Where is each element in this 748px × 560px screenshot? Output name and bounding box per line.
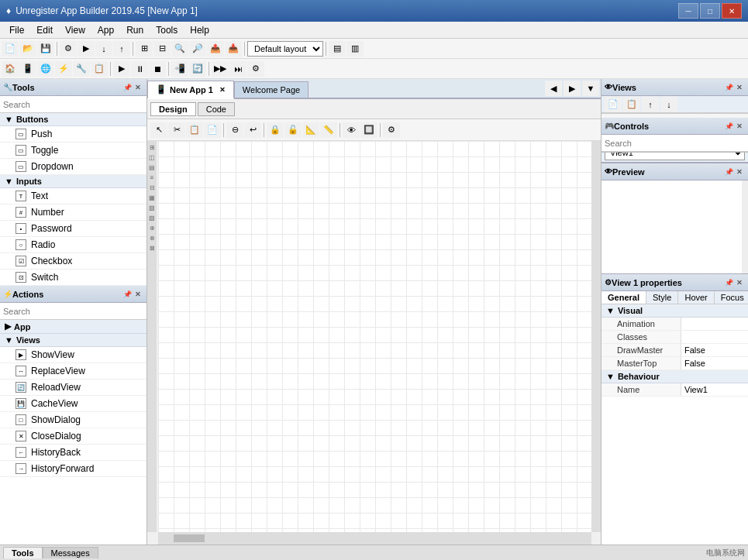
prop-tab-general[interactable]: General — [602, 291, 646, 304]
tb2-btn-11[interactable]: 🔄 — [189, 61, 206, 77]
left-tool-8[interactable]: ▨ — [149, 215, 155, 222]
behaviour-section-header[interactable]: ▼ Behaviour — [602, 370, 748, 383]
action-showdialog[interactable]: □ ShowDialog — [0, 412, 146, 428]
buttons-section-header[interactable]: ▼ Buttons — [0, 113, 146, 126]
preview-pin-button[interactable]: 📌 — [723, 167, 734, 177]
menu-app[interactable]: App — [91, 23, 120, 37]
views-copy-button[interactable]: 📋 — [623, 97, 640, 112]
maximize-button[interactable]: □ — [700, 3, 720, 19]
tb2-btn-10[interactable]: 📲 — [171, 61, 188, 77]
open-button[interactable]: 📂 — [19, 41, 36, 57]
actions-search-input[interactable] — [3, 307, 143, 316]
tools-item-checkbox[interactable]: ☑ Checkbox — [0, 253, 146, 270]
left-tool-6[interactable]: ▦ — [149, 194, 155, 201]
inputs-section-header[interactable]: ▼ Inputs — [0, 175, 146, 188]
views-section-header[interactable]: ▼ Views — [0, 334, 146, 347]
tools-item-dropdown[interactable]: ▭ Dropdown — [0, 159, 146, 175]
menu-view[interactable]: View — [59, 23, 91, 37]
tb-layout-1[interactable]: ▤ — [329, 41, 346, 57]
actions-pin-button[interactable]: 📌 — [122, 289, 133, 300]
action-reloadview[interactable]: 🔄 ReloadView — [0, 380, 146, 396]
tb-btn-12[interactable]: 📤 — [207, 41, 224, 57]
prop-drawmaster-value[interactable]: False — [681, 344, 748, 356]
actions-close-button[interactable]: ✕ — [133, 289, 143, 300]
tb-btn-13[interactable]: 📥 — [225, 41, 242, 57]
action-historyforward[interactable]: → HistoryForward — [0, 461, 146, 477]
tools-item-switch[interactable]: ⊡ Switch — [0, 270, 146, 286]
left-tool-3[interactable]: ▤ — [149, 164, 155, 171]
tb-btn-5[interactable]: ▶ — [78, 41, 95, 57]
tab-next-button[interactable]: ▶ — [564, 81, 581, 96]
prop-classes-value[interactable] — [681, 331, 748, 343]
tools-item-push[interactable]: ▭ Push — [0, 126, 146, 143]
minimize-button[interactable]: ─ — [678, 3, 698, 19]
canvas-scrollbar-vertical[interactable] — [591, 141, 601, 532]
tb2-btn-5[interactable]: 🔧 — [73, 61, 90, 77]
left-tool-5[interactable]: ⊟ — [150, 184, 155, 191]
prop-name-value[interactable]: View1 — [681, 383, 748, 396]
tab-newapp1-close[interactable]: ✕ — [219, 86, 226, 94]
prop-animation-value[interactable] — [681, 318, 748, 330]
canvas-btn-settings[interactable]: ⚙ — [383, 122, 400, 138]
canvas-area[interactable] — [158, 141, 591, 532]
canvas-btn-10[interactable]: 📏 — [320, 122, 337, 138]
design-tab-design[interactable]: Design — [150, 102, 196, 116]
menu-tools[interactable]: Tools — [150, 23, 184, 37]
tb2-btn-7[interactable]: ▶ — [113, 61, 130, 77]
views-up-button[interactable]: ↑ — [642, 97, 659, 112]
preview-close-button[interactable]: ✕ — [734, 167, 745, 177]
tb2-btn-9[interactable]: ⏹ — [149, 61, 166, 77]
tab-menu-button[interactable]: ▼ — [582, 81, 599, 96]
canvas-btn-1[interactable]: ↖ — [150, 122, 167, 138]
app-section-header[interactable]: ▶ App — [0, 320, 146, 334]
action-cacheview[interactable]: 💾 CacheView — [0, 396, 146, 412]
tb-btn-7[interactable]: ↑ — [113, 41, 130, 57]
left-tool-10[interactable]: ⊗ — [150, 235, 155, 242]
canvas-btn-8[interactable]: 🔓 — [284, 122, 302, 138]
tb2-btn-3[interactable]: 🌐 — [37, 61, 54, 77]
tb2-btn-14[interactable]: ⚙ — [247, 61, 264, 77]
action-replaceview[interactable]: ↔ ReplaceView — [0, 363, 146, 380]
save-button[interactable]: 💾 — [37, 41, 54, 57]
canvas-btn-3[interactable]: 📋 — [186, 122, 203, 138]
prop-tab-style[interactable]: Style — [646, 291, 678, 304]
left-tool-1[interactable]: ⊞ — [150, 144, 155, 151]
canvas-btn-12[interactable]: 🔲 — [360, 122, 377, 138]
tb-btn-8[interactable]: ⊞ — [136, 41, 153, 57]
tab-newapp1[interactable]: 📱 New App 1 ✕ — [147, 81, 234, 99]
tb2-btn-1[interactable]: 🏠 — [2, 61, 19, 77]
tb-btn-9[interactable]: ⊟ — [153, 41, 171, 57]
tools-item-number[interactable]: # Number — [0, 204, 146, 221]
tb-btn-4[interactable]: ⚙ — [60, 41, 77, 57]
views-close-button[interactable]: ✕ — [734, 82, 745, 93]
canvas-btn-11[interactable]: 👁 — [343, 122, 360, 138]
prop-mastertop-value[interactable]: False — [681, 357, 748, 369]
left-tool-11[interactable]: ⊠ — [150, 245, 155, 252]
tools-item-password[interactable]: • Password — [0, 221, 146, 237]
action-historyback[interactable]: ← HistoryBack — [0, 445, 146, 461]
horizontal-scroll-thumb[interactable] — [174, 534, 205, 542]
controls-close-button[interactable]: ✕ — [734, 121, 745, 132]
new-button[interactable]: 📄 — [2, 41, 19, 57]
left-tool-4[interactable]: ≡ — [150, 174, 154, 181]
properties-pin-button[interactable]: 📌 — [723, 277, 734, 288]
tb2-btn-6[interactable]: 📋 — [91, 61, 108, 77]
visual-section-header[interactable]: ▼ Visual — [602, 304, 748, 318]
tools-item-text[interactable]: T Text — [0, 188, 146, 204]
preview-scrollbar[interactable] — [742, 180, 748, 273]
views-down-button[interactable]: ↓ — [660, 97, 677, 112]
tb-layout-2[interactable]: ▥ — [346, 41, 364, 57]
action-closedialog[interactable]: ✕ CloseDialog — [0, 428, 146, 445]
tools-pin-button[interactable]: 📌 — [122, 82, 133, 93]
tb2-btn-2[interactable]: 📱 — [19, 61, 36, 77]
views-add-button[interactable]: 📄 — [605, 97, 622, 112]
tb2-btn-4[interactable]: ⚡ — [55, 61, 72, 77]
close-button[interactable]: ✕ — [722, 3, 742, 19]
tb-btn-6[interactable]: ↓ — [95, 41, 112, 57]
controls-search-input[interactable] — [605, 139, 745, 148]
properties-close-button[interactable]: ✕ — [734, 277, 745, 288]
left-tool-7[interactable]: ▧ — [149, 204, 155, 211]
tools-item-radio[interactable]: ○ Radio — [0, 237, 146, 253]
tab-prev-button[interactable]: ◀ — [545, 81, 562, 96]
views-pin-button[interactable]: 📌 — [723, 82, 734, 93]
